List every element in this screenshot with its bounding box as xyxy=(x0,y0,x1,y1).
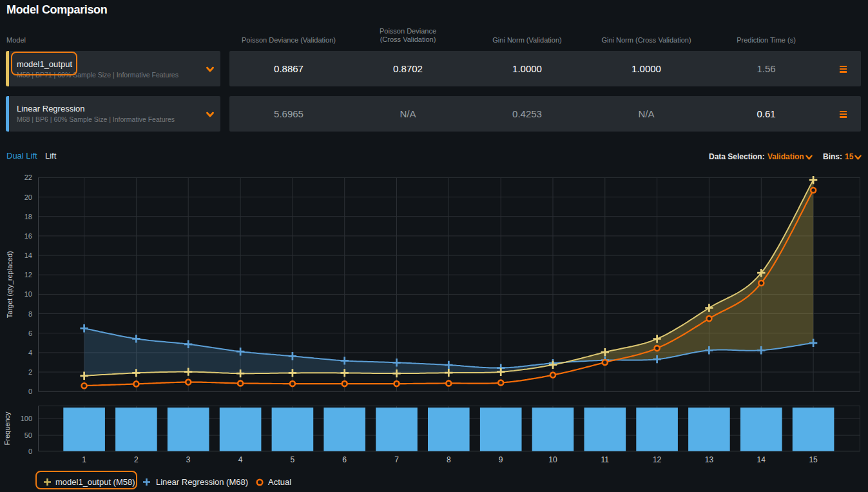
svg-text:3: 3 xyxy=(186,455,191,464)
svg-text:2: 2 xyxy=(28,368,32,376)
svg-text:50: 50 xyxy=(24,431,32,439)
svg-text:18: 18 xyxy=(24,213,32,221)
svg-text:Target (qty_replaced): Target (qty_replaced) xyxy=(6,251,14,318)
svg-text:Frequency: Frequency xyxy=(3,411,11,445)
svg-text:8: 8 xyxy=(28,310,32,318)
svg-text:22: 22 xyxy=(24,173,32,181)
svg-text:2: 2 xyxy=(134,455,139,464)
svg-text:6: 6 xyxy=(28,330,32,337)
svg-text:100: 100 xyxy=(21,415,32,422)
svg-text:16: 16 xyxy=(24,232,32,240)
svg-text:13: 13 xyxy=(705,455,714,464)
svg-text:15: 15 xyxy=(809,455,818,464)
svg-text:7: 7 xyxy=(394,455,399,464)
svg-text:0: 0 xyxy=(28,388,32,395)
svg-text:4: 4 xyxy=(238,455,243,464)
svg-text:6: 6 xyxy=(342,455,347,464)
svg-text:4: 4 xyxy=(28,349,32,357)
svg-text:14: 14 xyxy=(757,455,766,464)
svg-text:1: 1 xyxy=(82,455,86,464)
svg-text:12: 12 xyxy=(653,455,662,464)
svg-text:0: 0 xyxy=(28,448,32,455)
svg-text:20: 20 xyxy=(24,193,32,201)
svg-text:9: 9 xyxy=(499,455,503,464)
svg-text:11: 11 xyxy=(601,455,610,464)
svg-text:5: 5 xyxy=(291,455,295,464)
svg-text:14: 14 xyxy=(24,251,32,259)
svg-text:10: 10 xyxy=(548,455,557,464)
svg-text:12: 12 xyxy=(24,271,32,279)
svg-text:10: 10 xyxy=(24,290,32,298)
svg-text:8: 8 xyxy=(447,455,451,464)
